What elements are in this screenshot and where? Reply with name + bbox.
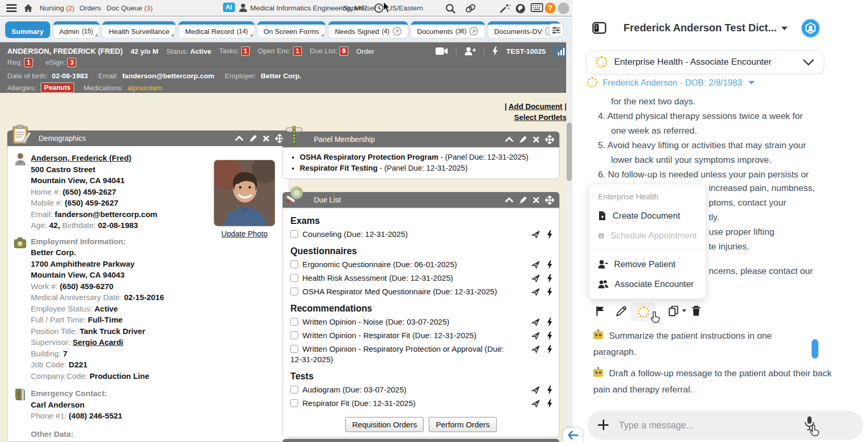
add-document-link[interactable]: | Add Document | <box>505 101 567 112</box>
external-link-icon[interactable] <box>469 27 478 36</box>
send-icon[interactable] <box>531 386 540 395</box>
open-enc-count[interactable]: Open Enc: 1 <box>257 46 302 56</box>
send-icon[interactable] <box>531 345 540 354</box>
bolt-icon[interactable] <box>547 230 553 239</box>
flag-icon[interactable] <box>596 306 605 316</box>
move-icon[interactable] <box>545 135 554 144</box>
enterprise-health-action-button[interactable] <box>631 303 656 321</box>
due-item-checkbox[interactable] <box>290 260 298 268</box>
nav-item-nursing[interactable]: Nursing (2) <box>40 4 75 12</box>
send-icon[interactable] <box>531 274 540 283</box>
external-link-icon[interactable] <box>392 27 402 36</box>
add-patient-icon[interactable] <box>464 47 476 56</box>
link-icon[interactable] <box>465 3 476 14</box>
due-item-checkbox[interactable] <box>290 331 298 339</box>
send-icon[interactable] <box>531 331 540 340</box>
emr-scrollbar-thumb[interactable] <box>567 123 572 181</box>
collapse-icon[interactable] <box>235 136 243 141</box>
tab-medical-record[interactable]: Medical Record(14) <box>179 21 254 38</box>
collapse-icon[interactable] <box>505 137 513 142</box>
due-item-checkbox[interactable] <box>290 386 298 393</box>
microphone-icon[interactable] <box>804 416 815 434</box>
send-icon[interactable] <box>531 260 540 269</box>
send-icon[interactable] <box>531 230 540 239</box>
tab-admin[interactable]: Admin(15) <box>53 21 100 38</box>
due-list-header[interactable]: Due List <box>283 192 559 208</box>
nav-item-orders[interactable]: Orders <box>79 4 101 12</box>
search-icon[interactable] <box>445 3 456 14</box>
bolt-icon[interactable] <box>547 288 553 296</box>
menu-item-remove-patient[interactable]: Remove Patient <box>598 259 697 269</box>
panel-membership-header[interactable]: Panel Membership <box>283 132 559 147</box>
close-icon[interactable] <box>263 135 269 142</box>
send-icon[interactable] <box>531 399 540 408</box>
edit-pencil-icon[interactable] <box>616 306 627 316</box>
assistant-doc-title[interactable]: Frederick Anderson Test Dict... <box>617 22 794 34</box>
demographics-portlet-header[interactable]: Demographics <box>7 130 289 146</box>
copy-dropdown-caret[interactable] <box>682 309 686 312</box>
suggestion-chip[interactable]: Draft a follow-up message to the patient… <box>593 365 835 398</box>
edit-icon[interactable] <box>249 135 257 142</box>
requisition-orders-button[interactable]: Requisition Orders <box>345 417 424 432</box>
tab-health-surveillance[interactable]: Health Surveillance <box>102 21 175 38</box>
magic-wand-icon[interactable] <box>499 3 510 14</box>
bolt-icon[interactable] <box>547 386 553 395</box>
hamburger-menu-icon[interactable] <box>6 4 17 12</box>
globe-icon[interactable] <box>515 3 526 14</box>
bolt-icon[interactable] <box>547 399 553 408</box>
suggestion-chip[interactable]: Summarize the patient instructions in on… <box>593 328 788 360</box>
quick-action-bolt-icon[interactable] <box>492 46 498 56</box>
keyboard-icon[interactable] <box>531 3 543 12</box>
select-portlets-link[interactable]: Select Portlets <box>505 112 567 123</box>
ai-badge[interactable]: AI <box>223 3 235 12</box>
collapse-icon[interactable] <box>505 197 513 202</box>
attach-plus-icon[interactable] <box>598 420 608 430</box>
bolt-icon[interactable] <box>547 345 553 354</box>
order-link[interactable]: Order <box>356 47 374 55</box>
tab-documents[interactable]: Documents(36) <box>411 21 485 38</box>
perform-orders-button[interactable]: Perform Orders <box>429 417 496 432</box>
send-icon[interactable] <box>531 318 540 327</box>
nav-item-doc-queue[interactable]: Doc Queue (3) <box>107 4 153 12</box>
home-icon[interactable] <box>23 3 33 13</box>
trash-icon[interactable] <box>691 305 701 316</box>
avatar-circle[interactable] <box>558 3 569 14</box>
bolt-icon[interactable] <box>547 318 553 327</box>
send-icon[interactable] <box>531 288 540 296</box>
due-item-checkbox[interactable] <box>290 318 298 326</box>
bolt-icon[interactable] <box>547 331 553 340</box>
video-camera-icon[interactable] <box>436 47 448 55</box>
encounter-selector[interactable]: Enterprise Health - Associate Encounter <box>586 50 824 74</box>
due-list-count[interactable]: Due List: 9 <box>310 46 348 56</box>
allergy-badge[interactable]: Peanuts <box>41 82 75 93</box>
bolt-icon[interactable] <box>547 274 553 283</box>
menu-item-create-document[interactable]: Create Document <box>598 211 697 221</box>
close-icon[interactable] <box>533 136 539 143</box>
due-item-checkbox[interactable] <box>290 274 298 282</box>
due-item-checkbox[interactable] <box>290 345 298 353</box>
due-item-checkbox[interactable] <box>290 288 298 295</box>
assistant-logo[interactable] <box>801 19 820 38</box>
demographics-name-link[interactable]: Anderson, Frederick (Fred) <box>31 152 283 164</box>
req-count[interactable]: Req: 1 <box>7 58 33 67</box>
patient-name[interactable]: ANDERSON, FREDERICK (FRED) <box>7 47 123 55</box>
message-input[interactable] <box>619 415 791 436</box>
esign-count[interactable]: eSign: 3 <box>45 58 76 67</box>
copy-icon[interactable] <box>668 306 678 317</box>
medication-value[interactable]: alprazolam <box>127 84 162 92</box>
collapse-panel-button[interactable] <box>563 428 583 442</box>
move-icon[interactable] <box>545 196 554 205</box>
panel-scrollbar-thumb[interactable] <box>812 339 818 359</box>
help-icon[interactable]: ? <box>545 3 556 14</box>
edit-icon[interactable] <box>519 196 527 204</box>
bolt-icon[interactable] <box>547 260 553 269</box>
tab-summary[interactable]: Summary <box>5 21 50 38</box>
due-item-checkbox[interactable] <box>290 399 298 407</box>
tasks-count[interactable]: Tasks: 1 <box>219 46 250 56</box>
tab-settings-icon[interactable] <box>549 24 563 37</box>
field-supervisor[interactable]: Supervisor: Sergio Acardi <box>31 337 283 348</box>
tab-on-screen-forms[interactable]: On Screen Forms <box>257 21 326 38</box>
sidebar-toggle-icon[interactable] <box>592 22 606 34</box>
patient-context-link[interactable]: Frederick Anderson - DOB: 2/8/1983 <box>587 77 755 88</box>
close-icon[interactable] <box>533 197 539 204</box>
